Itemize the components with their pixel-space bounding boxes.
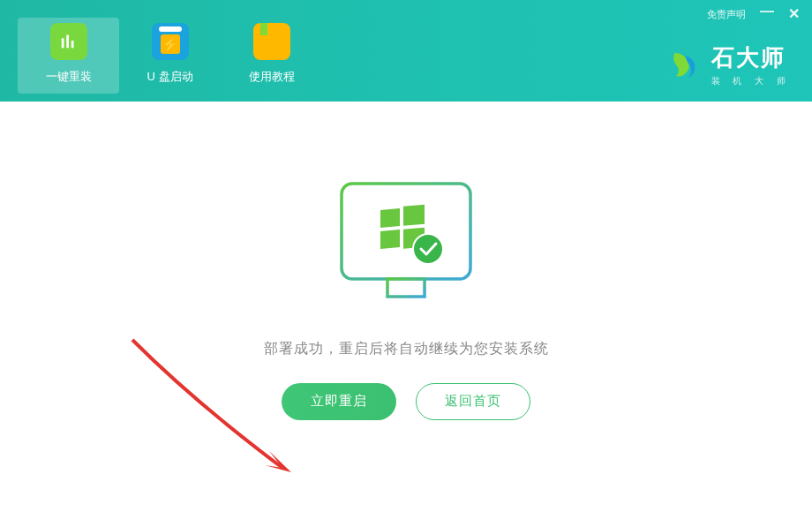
svg-rect-4	[387, 279, 425, 297]
disclaimer-link[interactable]: 免责声明	[707, 8, 746, 21]
window-controls: 免责声明 — ✕	[707, 7, 800, 21]
close-button[interactable]: ✕	[788, 7, 800, 21]
status-message: 部署成功，重启后将自动继续为您安装系统	[264, 340, 549, 358]
brand-subtitle: 装 机 大 师	[711, 75, 791, 87]
main-content: 部署成功，重启后将自动继续为您安装系统 立即重启 返回首页	[0, 102, 812, 512]
monitor-success-icon	[331, 177, 481, 313]
tab-tutorial[interactable]: 使用教程	[221, 18, 322, 94]
svg-rect-7	[403, 204, 425, 225]
usb-icon: ⚡	[152, 23, 189, 60]
action-buttons: 立即重启 返回首页	[282, 383, 530, 420]
tab-label: 一键重装	[46, 69, 92, 85]
svg-rect-2	[71, 41, 73, 48]
svg-rect-1	[66, 35, 69, 49]
tab-label: 使用教程	[249, 69, 295, 85]
tab-label: U 盘启动	[147, 69, 193, 85]
tutorial-icon	[253, 23, 290, 60]
brand-title: 石大师	[711, 42, 791, 73]
tab-usb-boot[interactable]: ⚡ U 盘启动	[119, 18, 221, 94]
svg-rect-0	[61, 38, 64, 48]
minimize-button[interactable]: —	[760, 4, 774, 19]
tab-reinstall[interactable]: 一键重装	[18, 18, 119, 94]
svg-rect-6	[380, 208, 400, 228]
brand-logo-icon	[665, 47, 703, 84]
app-header: 免责声明 — ✕ 一键重装 ⚡ U 盘启动 使用教程	[0, 0, 812, 102]
main-tabs: 一键重装 ⚡ U 盘启动 使用教程	[0, 0, 322, 94]
svg-rect-8	[380, 230, 400, 249]
brand-block: 石大师 装 机 大 师	[665, 42, 791, 87]
home-button[interactable]: 返回首页	[416, 383, 530, 420]
restart-button[interactable]: 立即重启	[282, 383, 396, 420]
reinstall-icon	[50, 23, 87, 60]
